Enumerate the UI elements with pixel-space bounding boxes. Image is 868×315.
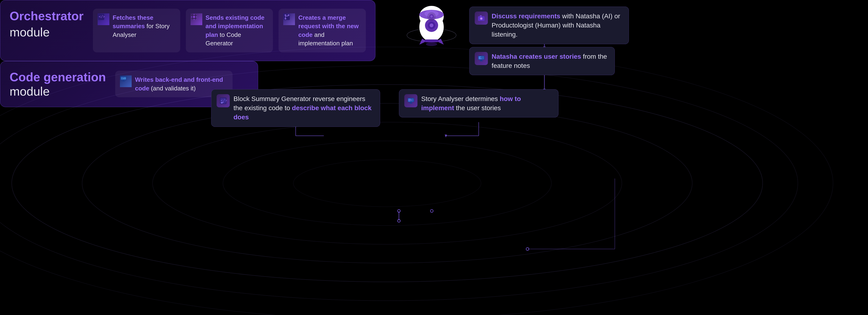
story-analyser-text: Story Analyser determines how to impleme… [421, 94, 553, 113]
svg-rect-66 [194, 19, 194, 20]
svg-point-1 [82, 103, 692, 263]
orchestrator-card-3: Creates a merge request with the new cod… [279, 9, 366, 52]
svg-rect-52 [221, 102, 224, 103]
svg-point-18 [398, 220, 400, 222]
svg-point-37 [430, 15, 433, 18]
orchestrator-title: Orchestrator [10, 9, 84, 23]
svg-rect-60 [409, 103, 413, 104]
svg-point-4 [293, 160, 481, 207]
svg-point-40 [480, 18, 482, 19]
svg-point-32 [426, 42, 437, 46]
discuss-requirements-box: Discuss requirements with Natasha (AI) o… [469, 7, 629, 44]
orchestrator-card-1: </> Fetches these summaries for Story An… [93, 9, 180, 52]
svg-point-22 [430, 209, 433, 212]
svg-rect-67 [191, 17, 192, 18]
svg-rect-59 [410, 102, 412, 103]
svg-point-0 [12, 85, 763, 282]
svg-point-3 [223, 141, 552, 226]
svg-point-21 [526, 248, 529, 250]
svg-point-28 [430, 24, 433, 27]
svg-rect-77 [123, 80, 124, 81]
svg-rect-65 [194, 14, 194, 15]
svg-rect-68 [196, 17, 197, 18]
svg-point-71 [285, 14, 286, 16]
svg-rect-56 [408, 99, 411, 99]
svg-rect-57 [408, 100, 412, 100]
svg-point-2 [153, 122, 622, 244]
svg-text:CoDE: CoDE [122, 77, 126, 80]
block-summary-text: Block Summary Generator reverse engineer… [234, 94, 375, 122]
orch-card2-icon [190, 13, 202, 25]
codegen-card-icon: CoDE [120, 76, 132, 87]
svg-rect-47 [480, 60, 482, 61]
svg-text:</>: </> [99, 15, 105, 19]
svg-point-64 [193, 16, 195, 18]
block-summary-icon: </> [217, 94, 230, 107]
codegen-title: Code generation [10, 70, 106, 84]
stories-text: Natasha creates user stories from the fe… [492, 52, 610, 70]
orch-card1-text: Fetches these summaries for Story Analys… [113, 13, 176, 39]
svg-rect-53 [221, 103, 223, 103]
svg-rect-41 [480, 15, 482, 17]
svg-rect-78 [122, 81, 125, 82]
block-summary-box: </> Block Summary Generator reverse engi… [211, 89, 380, 127]
svg-rect-31 [425, 39, 439, 42]
stories-icon [475, 52, 488, 65]
rocket-illustration [406, 5, 457, 56]
svg-rect-58 [408, 101, 410, 101]
discuss-icon [475, 11, 488, 25]
discuss-text: Discuss requirements with Natasha (AI) o… [492, 11, 623, 39]
orch-card1-icon: </> [98, 13, 110, 25]
orch-card3-text: Creates a merge request with the new cod… [298, 13, 361, 48]
user-stories-box: Natasha creates user stories from the fe… [469, 47, 615, 75]
story-analyser-icon [404, 94, 417, 107]
svg-rect-46 [479, 58, 482, 59]
orch-card3-icon [283, 13, 295, 25]
codegen-subtitle: module [10, 84, 106, 98]
orchestrator-card-2: Sends existing code and implementation p… [186, 9, 273, 52]
svg-rect-48 [479, 61, 483, 61]
orchestrator-subtitle: module [10, 25, 84, 39]
orch-card2-text: Sends existing code and implementation p… [206, 13, 269, 48]
story-analyser-box: Story Analyser determines how to impleme… [399, 89, 558, 117]
svg-rect-44 [479, 57, 481, 57]
svg-point-17 [398, 209, 400, 212]
svg-rect-45 [479, 58, 480, 58]
orchestrator-module: Orchestrator module </> Fetches these su… [0, 0, 375, 61]
svg-marker-15 [445, 135, 447, 137]
svg-text:</>: </> [221, 98, 227, 103]
